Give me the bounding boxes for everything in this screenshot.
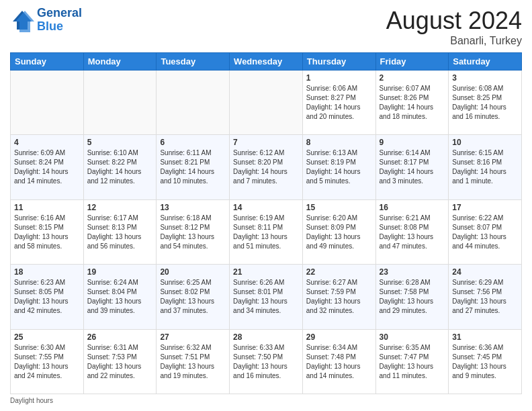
day-cell bbox=[157, 71, 230, 135]
day-cell: 15Sunrise: 6:20 AM Sunset: 8:09 PM Dayli… bbox=[302, 199, 375, 264]
day-number: 26 bbox=[87, 332, 153, 342]
day-number: 28 bbox=[233, 332, 299, 342]
day-number: 15 bbox=[306, 203, 372, 212]
day-number: 27 bbox=[160, 332, 226, 342]
day-cell: 4Sunrise: 6:09 AM Sunset: 8:24 PM Daylig… bbox=[11, 135, 84, 199]
day-number: 4 bbox=[14, 138, 80, 147]
day-cell: 30Sunrise: 6:35 AM Sunset: 7:47 PM Dayli… bbox=[375, 329, 449, 394]
day-info: Sunrise: 6:25 AM Sunset: 8:02 PM Dayligh… bbox=[160, 278, 226, 316]
day-number: 12 bbox=[87, 203, 153, 212]
logo: General Blue bbox=[10, 7, 82, 34]
day-number: 9 bbox=[380, 138, 445, 147]
day-cell: 9Sunrise: 6:14 AM Sunset: 8:17 PM Daylig… bbox=[375, 135, 449, 199]
day-cell: 10Sunrise: 6:15 AM Sunset: 8:16 PM Dayli… bbox=[449, 135, 522, 199]
day-cell: 27Sunrise: 6:32 AM Sunset: 7:51 PM Dayli… bbox=[157, 329, 230, 394]
header: General Blue August 2024 Banarli, Turkey bbox=[10, 7, 522, 47]
col-header-friday: Friday bbox=[375, 53, 449, 71]
day-number: 1 bbox=[306, 73, 372, 83]
week-row-1: 1Sunrise: 6:06 AM Sunset: 8:27 PM Daylig… bbox=[11, 71, 522, 135]
col-header-wednesday: Wednesday bbox=[230, 53, 303, 71]
page: General Blue August 2024 Banarli, Turkey… bbox=[0, 0, 532, 411]
day-cell: 16Sunrise: 6:21 AM Sunset: 8:08 PM Dayli… bbox=[375, 199, 449, 264]
day-cell: 3Sunrise: 6:08 AM Sunset: 8:25 PM Daylig… bbox=[449, 71, 522, 135]
col-header-sunday: Sunday bbox=[11, 53, 84, 71]
day-number: 22 bbox=[306, 267, 372, 277]
day-cell bbox=[230, 71, 303, 135]
title-area: August 2024 Banarli, Turkey bbox=[386, 7, 522, 47]
day-cell: 1Sunrise: 6:06 AM Sunset: 8:27 PM Daylig… bbox=[302, 71, 375, 135]
logo-icon bbox=[10, 8, 34, 32]
week-row-5: 25Sunrise: 6:30 AM Sunset: 7:55 PM Dayli… bbox=[11, 329, 522, 394]
day-cell: 12Sunrise: 6:17 AM Sunset: 8:13 PM Dayli… bbox=[83, 199, 157, 264]
day-info: Sunrise: 6:29 AM Sunset: 7:56 PM Dayligh… bbox=[452, 278, 518, 316]
day-info: Sunrise: 6:36 AM Sunset: 7:45 PM Dayligh… bbox=[452, 343, 518, 381]
day-cell: 2Sunrise: 6:07 AM Sunset: 8:26 PM Daylig… bbox=[375, 71, 449, 135]
day-info: Sunrise: 6:32 AM Sunset: 7:51 PM Dayligh… bbox=[160, 343, 226, 381]
day-cell: 8Sunrise: 6:13 AM Sunset: 8:19 PM Daylig… bbox=[302, 135, 375, 199]
day-cell: 28Sunrise: 6:33 AM Sunset: 7:50 PM Dayli… bbox=[230, 329, 303, 394]
day-info: Sunrise: 6:12 AM Sunset: 8:20 PM Dayligh… bbox=[233, 148, 299, 186]
day-cell: 26Sunrise: 6:31 AM Sunset: 7:53 PM Dayli… bbox=[83, 329, 157, 394]
day-cell: 21Sunrise: 6:26 AM Sunset: 8:01 PM Dayli… bbox=[230, 265, 303, 329]
day-number: 8 bbox=[306, 138, 372, 147]
day-info: Sunrise: 6:07 AM Sunset: 8:26 PM Dayligh… bbox=[380, 84, 445, 122]
day-cell: 18Sunrise: 6:23 AM Sunset: 8:05 PM Dayli… bbox=[11, 265, 84, 329]
week-row-3: 11Sunrise: 6:16 AM Sunset: 8:15 PM Dayli… bbox=[11, 199, 522, 264]
day-info: Sunrise: 6:34 AM Sunset: 7:48 PM Dayligh… bbox=[306, 343, 372, 381]
day-number: 10 bbox=[452, 138, 518, 147]
day-cell: 6Sunrise: 6:11 AM Sunset: 8:21 PM Daylig… bbox=[157, 135, 230, 199]
day-info: Sunrise: 6:14 AM Sunset: 8:17 PM Dayligh… bbox=[380, 148, 445, 186]
day-cell: 23Sunrise: 6:28 AM Sunset: 7:58 PM Dayli… bbox=[375, 265, 449, 329]
day-info: Sunrise: 6:22 AM Sunset: 8:07 PM Dayligh… bbox=[452, 214, 518, 251]
calendar-header-row: SundayMondayTuesdayWednesdayThursdayFrid… bbox=[11, 53, 522, 71]
day-cell: 13Sunrise: 6:18 AM Sunset: 8:12 PM Dayli… bbox=[157, 199, 230, 264]
day-number: 14 bbox=[233, 203, 299, 212]
day-info: Sunrise: 6:23 AM Sunset: 8:05 PM Dayligh… bbox=[14, 278, 80, 316]
logo-text: General Blue bbox=[37, 7, 82, 34]
day-cell: 24Sunrise: 6:29 AM Sunset: 7:56 PM Dayli… bbox=[449, 265, 522, 329]
day-cell: 11Sunrise: 6:16 AM Sunset: 8:15 PM Dayli… bbox=[11, 199, 84, 264]
day-info: Sunrise: 6:17 AM Sunset: 8:13 PM Dayligh… bbox=[87, 214, 153, 251]
day-cell: 29Sunrise: 6:34 AM Sunset: 7:48 PM Dayli… bbox=[302, 329, 375, 394]
day-cell bbox=[11, 71, 84, 135]
day-number: 13 bbox=[160, 203, 226, 212]
day-cell: 25Sunrise: 6:30 AM Sunset: 7:55 PM Dayli… bbox=[11, 329, 84, 394]
day-info: Sunrise: 6:30 AM Sunset: 7:55 PM Dayligh… bbox=[14, 343, 80, 381]
day-number: 23 bbox=[380, 267, 445, 277]
week-row-2: 4Sunrise: 6:09 AM Sunset: 8:24 PM Daylig… bbox=[11, 135, 522, 199]
day-cell: 22Sunrise: 6:27 AM Sunset: 7:59 PM Dayli… bbox=[302, 265, 375, 329]
col-header-thursday: Thursday bbox=[302, 53, 375, 71]
day-cell: 31Sunrise: 6:36 AM Sunset: 7:45 PM Dayli… bbox=[449, 329, 522, 394]
day-cell: 5Sunrise: 6:10 AM Sunset: 8:22 PM Daylig… bbox=[83, 135, 157, 199]
day-number: 29 bbox=[306, 332, 372, 342]
day-info: Sunrise: 6:20 AM Sunset: 8:09 PM Dayligh… bbox=[306, 214, 372, 251]
day-info: Sunrise: 6:09 AM Sunset: 8:24 PM Dayligh… bbox=[14, 148, 80, 186]
footer-note: Daylight hours bbox=[10, 397, 522, 404]
col-header-tuesday: Tuesday bbox=[157, 53, 230, 71]
day-info: Sunrise: 6:16 AM Sunset: 8:15 PM Dayligh… bbox=[14, 214, 80, 251]
day-cell: 20Sunrise: 6:25 AM Sunset: 8:02 PM Dayli… bbox=[157, 265, 230, 329]
day-number: 7 bbox=[233, 138, 299, 147]
location-subtitle: Banarli, Turkey bbox=[386, 35, 522, 47]
day-number: 16 bbox=[380, 203, 445, 212]
day-number: 3 bbox=[452, 73, 518, 83]
day-number: 30 bbox=[380, 332, 445, 342]
day-info: Sunrise: 6:18 AM Sunset: 8:12 PM Dayligh… bbox=[160, 214, 226, 251]
logo-general: General bbox=[37, 7, 82, 20]
day-number: 19 bbox=[87, 267, 153, 277]
col-header-monday: Monday bbox=[83, 53, 157, 71]
day-info: Sunrise: 6:27 AM Sunset: 7:59 PM Dayligh… bbox=[306, 278, 372, 316]
day-number: 5 bbox=[87, 138, 153, 147]
col-header-saturday: Saturday bbox=[449, 53, 522, 71]
day-info: Sunrise: 6:21 AM Sunset: 8:08 PM Dayligh… bbox=[380, 214, 445, 251]
day-cell bbox=[83, 71, 157, 135]
day-info: Sunrise: 6:28 AM Sunset: 7:58 PM Dayligh… bbox=[380, 278, 445, 316]
day-number: 21 bbox=[233, 267, 299, 277]
day-number: 6 bbox=[160, 138, 226, 147]
day-info: Sunrise: 6:19 AM Sunset: 8:11 PM Dayligh… bbox=[233, 214, 299, 251]
day-info: Sunrise: 6:26 AM Sunset: 8:01 PM Dayligh… bbox=[233, 278, 299, 316]
day-info: Sunrise: 6:08 AM Sunset: 8:25 PM Dayligh… bbox=[452, 84, 518, 122]
day-info: Sunrise: 6:35 AM Sunset: 7:47 PM Dayligh… bbox=[380, 343, 445, 381]
day-info: Sunrise: 6:11 AM Sunset: 8:21 PM Dayligh… bbox=[160, 148, 226, 186]
month-title: August 2024 bbox=[386, 7, 522, 35]
